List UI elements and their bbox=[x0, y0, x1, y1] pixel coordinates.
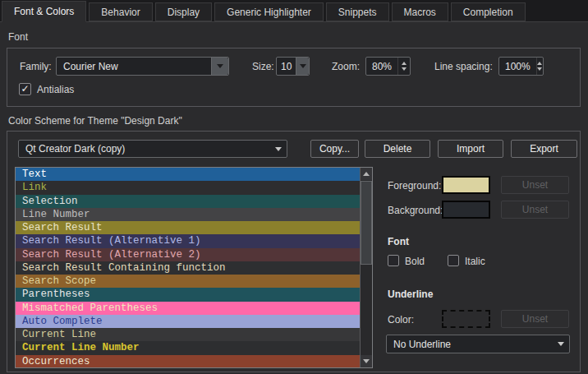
font-size-combobox[interactable]: 10 bbox=[276, 57, 310, 76]
spin-up-icon bbox=[537, 62, 542, 65]
underline-style-value: No Underline bbox=[387, 339, 553, 350]
spin-down-icon bbox=[537, 67, 542, 71]
scheme-item-search-result-alternative-2[interactable]: Search Result (Alternative 2) bbox=[16, 248, 360, 261]
underline-color-swatch[interactable] bbox=[442, 310, 490, 328]
scrollbar-thumb[interactable] bbox=[361, 181, 372, 265]
copy-scheme-button[interactable]: Copy... bbox=[310, 140, 359, 158]
antialias-label: Antialias bbox=[37, 84, 74, 95]
scheme-item-occurrences[interactable]: Occurrences bbox=[16, 355, 360, 367]
chevron-down-icon bbox=[217, 64, 223, 68]
italic-checkbox[interactable] bbox=[448, 255, 459, 266]
scheme-item-current-line-number[interactable]: Current Line Number bbox=[16, 341, 360, 354]
tab-behavior[interactable]: Behavior bbox=[89, 2, 152, 21]
scheme-item-rows: TextLinkSelectionLine NumberSearch Resul… bbox=[16, 168, 360, 367]
arrow-down-icon bbox=[363, 359, 370, 363]
scheme-item-selection[interactable]: Selection bbox=[16, 195, 360, 208]
tab-macros[interactable]: Macros bbox=[392, 2, 448, 21]
foreground-color-swatch[interactable] bbox=[442, 176, 490, 194]
font-colors-settings-page: Font & ColorsBehaviorDisplayGeneric High… bbox=[0, 0, 588, 374]
tab-bar: Font & ColorsBehaviorDisplayGeneric High… bbox=[0, 0, 588, 22]
scheme-item-mismatched-parentheses[interactable]: Mismatched Parentheses bbox=[16, 302, 360, 315]
tab-completion[interactable]: Completion bbox=[451, 2, 526, 21]
export-scheme-button[interactable]: Export bbox=[511, 140, 577, 158]
scheme-item-text[interactable]: Text bbox=[16, 168, 360, 181]
underline-style-combobox[interactable]: No Underline bbox=[386, 335, 570, 353]
zoom-label: Zoom: bbox=[332, 61, 360, 72]
line-spacing-value: 100% bbox=[499, 61, 536, 72]
unset-background-button[interactable]: Unset bbox=[501, 201, 569, 219]
scheme-item-parentheses[interactable]: Parentheses bbox=[16, 288, 360, 301]
vertical-scrollbar[interactable] bbox=[360, 168, 372, 367]
tab-display[interactable]: Display bbox=[155, 2, 212, 21]
zoom-spinbox[interactable]: 80% bbox=[365, 57, 411, 76]
chevron-down-icon bbox=[553, 335, 569, 353]
size-label: Size: bbox=[252, 61, 274, 72]
scheme-item-search-result-containing-function[interactable]: Search Result Containing function bbox=[16, 261, 360, 275]
scheme-item-search-result[interactable]: Search Result bbox=[16, 221, 360, 234]
underline-section-label: Underline bbox=[388, 289, 433, 300]
scrollbar-up-button[interactable] bbox=[361, 168, 372, 180]
arrow-up-icon bbox=[363, 172, 370, 176]
font-section-label: Font bbox=[388, 236, 409, 247]
chevron-down-icon bbox=[270, 141, 287, 157]
antialias-checkbox[interactable]: ✓ bbox=[19, 83, 31, 95]
scrollbar-down-button[interactable] bbox=[361, 355, 372, 367]
tab-generic-highlighter[interactable]: Generic Highlighter bbox=[214, 2, 324, 21]
unset-foreground-button[interactable]: Unset bbox=[501, 176, 569, 194]
family-label: Family: bbox=[20, 61, 52, 72]
color-scheme-item-list: TextLinkSelectionLine NumberSearch Resul… bbox=[15, 167, 373, 368]
background-color-swatch[interactable] bbox=[442, 201, 490, 219]
chevron-down-icon bbox=[300, 64, 306, 68]
unset-underline-color-button[interactable]: Unset bbox=[501, 310, 569, 328]
tab-snippets[interactable]: Snippets bbox=[326, 2, 389, 21]
import-scheme-button[interactable]: Import bbox=[438, 140, 503, 158]
zoom-value: 80% bbox=[366, 61, 397, 72]
color-scheme-group-title: Color Scheme for Theme "Design Dark" bbox=[8, 115, 182, 127]
foreground-label: Foreground: bbox=[388, 180, 441, 192]
scheme-item-line-number[interactable]: Line Number bbox=[16, 208, 360, 221]
underline-color-label: Color: bbox=[388, 314, 414, 326]
scheme-item-search-scope[interactable]: Search Scope bbox=[16, 275, 360, 288]
font-family-combobox[interactable]: Courier New bbox=[56, 57, 229, 76]
tab-font-colors[interactable]: Font & Colors bbox=[2, 1, 86, 22]
color-scheme-value: Qt Creator Dark (copy) bbox=[19, 143, 270, 155]
bold-checkbox[interactable] bbox=[388, 255, 399, 266]
scheme-item-auto-complete[interactable]: Auto Complete bbox=[16, 315, 360, 328]
font-group-title: Font bbox=[8, 31, 28, 43]
delete-scheme-button[interactable]: Delete bbox=[365, 140, 430, 158]
line-spacing-label: Line spacing: bbox=[434, 61, 493, 72]
scheme-item-current-line[interactable]: Current Line bbox=[16, 328, 360, 341]
spin-up-icon bbox=[402, 62, 407, 65]
zoom-spin-buttons[interactable] bbox=[397, 58, 410, 75]
font-size-value: 10 bbox=[277, 61, 296, 72]
italic-label: Italic bbox=[465, 256, 485, 267]
spin-down-icon bbox=[402, 67, 407, 71]
line-spacing-spin-buttons[interactable] bbox=[536, 58, 543, 75]
line-spacing-spinbox[interactable]: 100% bbox=[498, 57, 544, 76]
background-label: Background: bbox=[388, 205, 443, 216]
font-family-dropdown-button[interactable] bbox=[211, 58, 228, 75]
bold-label: Bold bbox=[405, 256, 425, 267]
scheme-item-search-result-alternative-1[interactable]: Search Result (Alternative 1) bbox=[16, 234, 360, 247]
color-scheme-combobox[interactable]: Qt Creator Dark (copy) bbox=[18, 140, 287, 158]
scheme-item-link[interactable]: Link bbox=[16, 181, 360, 194]
font-size-dropdown-button[interactable] bbox=[296, 58, 309, 75]
font-family-value: Courier New bbox=[57, 61, 211, 72]
